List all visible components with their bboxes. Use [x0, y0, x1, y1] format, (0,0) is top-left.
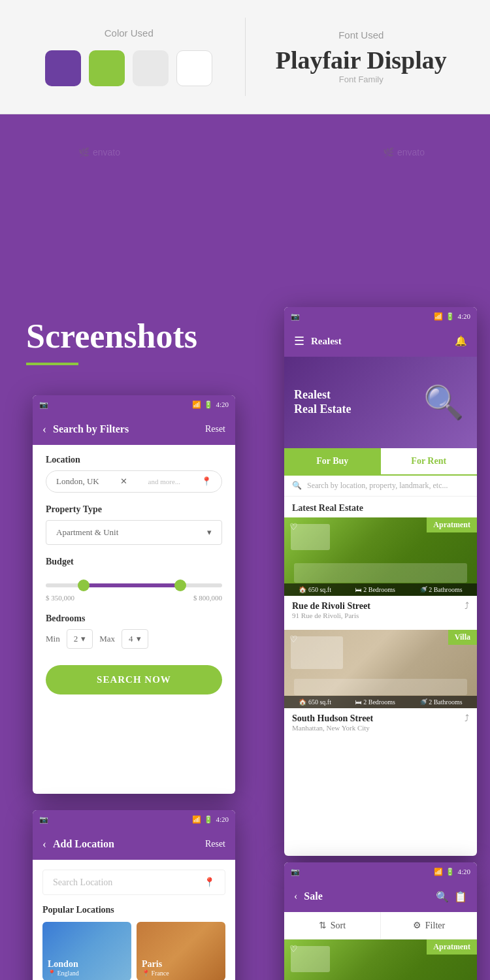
- property-details-bar-2: 🏠 650 sq.ft 🛏 2 Bedrooms 🚿 2 Bathrooms: [284, 696, 477, 708]
- property-details-bar-1: 🏠 650 sq.ft 🛏 2 Bedrooms 🚿 2 Bathrooms: [284, 583, 477, 596]
- location-input[interactable]: London, UK ✕ and more... 📍: [46, 470, 222, 493]
- tab-for-rent[interactable]: For Rent: [381, 448, 478, 476]
- battery-icon: 🔋: [204, 815, 213, 824]
- sale-nav-title: Sale: [304, 890, 436, 902]
- envato-watermark-1: envato: [78, 147, 120, 157]
- loc-text-london: London 📍 England: [48, 959, 79, 977]
- time-display: 4:20: [216, 400, 229, 408]
- phone-sale: 📷 📶 🔋 4:20 ‹ Sale 🔍 📋 ⇅ Sort ⚙ Filter: [284, 862, 477, 980]
- tab-for-buy[interactable]: For Buy: [284, 448, 381, 476]
- property-name-2: South Hudson Street: [292, 713, 373, 724]
- country-paris: 📍 France: [142, 970, 169, 977]
- sale-nav-bar: ‹ Sale 🔍 📋: [284, 881, 477, 912]
- budget-labels: $ 350,000 $ 800,000: [46, 594, 222, 602]
- reset-button[interactable]: Reset: [205, 424, 225, 434]
- reset-button-loc[interactable]: Reset: [205, 839, 225, 849]
- min-bedrooms-select[interactable]: 2 ▾: [67, 629, 93, 649]
- wifi-icon: 📶: [192, 400, 201, 409]
- budget-range-slider[interactable]: $ 350,000 $ 800,000: [46, 583, 222, 602]
- battery-icon: 🔋: [446, 868, 455, 876]
- sort-label: Sort: [331, 921, 346, 931]
- city-london: London: [48, 959, 79, 970]
- purple-background: envato envato Screenshots 📷 📶 🔋 4:20 ‹ S…: [0, 114, 490, 980]
- city-paris: Paris: [142, 959, 169, 970]
- sort-button[interactable]: ⇅ Sort: [284, 912, 381, 939]
- search-placeholder: Search by location, property, landmark, …: [307, 481, 448, 491]
- status-bar-location: 📷 📶 🔋 4:20: [33, 810, 235, 828]
- property-info-1: Rue de Rivoli Street 91 Rue de Rivoli, P…: [284, 596, 477, 625]
- location-card-london[interactable]: London 📍 England: [42, 922, 131, 980]
- sale-property-type-badge: Apratment: [427, 939, 477, 955]
- filter-label: Filter: [425, 921, 445, 931]
- gps-icon: 📍: [204, 877, 215, 888]
- swatch-purple: [45, 50, 81, 86]
- property-type-value: Apartment & Unit: [56, 527, 118, 538]
- max-value: 4: [129, 634, 133, 644]
- search-icon-sale[interactable]: 🔍: [436, 890, 449, 903]
- search-now-button[interactable]: SEARCH NOW: [46, 665, 222, 694]
- bath-icon-2: 🚿 2 Bathrooms: [419, 698, 463, 706]
- budget-thumb-left[interactable]: [78, 580, 90, 591]
- location-value: London, UK: [56, 476, 99, 487]
- status-camera: 📷: [39, 815, 48, 824]
- close-icon[interactable]: ✕: [120, 476, 127, 487]
- phone-filters: 📷 📶 🔋 4:20 ‹ Search by Filters Reset Loc…: [33, 395, 235, 794]
- sort-filter-bar: ⇅ Sort ⚙ Filter: [284, 912, 477, 939]
- tabs-row: For Buy For Rent: [284, 448, 477, 476]
- sort-icon: ⇅: [319, 920, 327, 931]
- bookmark-icon[interactable]: 📋: [454, 890, 467, 903]
- re-brand-name: RealestReal Estate: [294, 388, 351, 416]
- search-icon: 🔍: [292, 481, 302, 491]
- screenshots-title: Screenshots: [26, 317, 197, 355]
- location-card-paris[interactable]: Paris 📍 France: [137, 922, 225, 980]
- bath-icon: 🚿 2 Bathrooms: [419, 586, 463, 593]
- notification-bell-icon[interactable]: 🔔: [455, 335, 467, 347]
- share-icon-1[interactable]: ⤴: [465, 601, 469, 612]
- search-bar-re[interactable]: 🔍 Search by location, property, landmark…: [284, 476, 477, 497]
- color-swatches: [26, 50, 232, 86]
- chevron-down-icon: ▾: [81, 634, 86, 644]
- favorite-icon-sale[interactable]: ♡: [289, 943, 298, 955]
- bedrooms-label: Bedrooms: [46, 613, 222, 624]
- bed-icon: 🛏 2 Bedrooms: [355, 586, 395, 593]
- favorite-icon-1[interactable]: ♡: [289, 521, 298, 532]
- nav-title: Search by Filters: [53, 423, 205, 435]
- max-bedrooms-select[interactable]: 4 ▾: [122, 629, 148, 649]
- filter-button[interactable]: ⚙ Filter: [381, 912, 477, 939]
- property-address-1: 91 Rue de Rivoli, Paris: [292, 612, 370, 619]
- swatch-light: [133, 50, 169, 86]
- filter-icon: ⚙: [413, 920, 421, 931]
- back-button-loc[interactable]: ‹: [42, 838, 46, 851]
- re-nav-title: Realest: [311, 336, 455, 347]
- phone-realestate: 📷 📶 🔋 4:20 ☰ Realest 🔔 RealestReal Estat…: [284, 307, 477, 856]
- property-address-2: Manhattan, New York City: [292, 724, 373, 732]
- phone-location: 📷 📶 🔋 4:20 ‹ Add Location Reset Search L…: [33, 810, 235, 980]
- swatch-green: [89, 50, 125, 86]
- home-search-icon: 🔍: [423, 384, 464, 421]
- status-bar-filters: 📷 📶 🔋 4:20: [33, 395, 235, 414]
- status-icons: 📶 🔋 4:20: [192, 400, 229, 409]
- back-button-sale[interactable]: ‹: [294, 890, 297, 902]
- hamburger-menu-icon[interactable]: ☰: [294, 334, 304, 348]
- font-name-display: Playfair Display: [259, 46, 465, 74]
- bedrooms-row: Min 2 ▾ Max 4 ▾: [46, 629, 222, 649]
- bed-icon-2: 🛏 2 Bedrooms: [355, 698, 395, 706]
- swatch-white: [176, 50, 212, 86]
- favorite-icon-2[interactable]: ♡: [289, 634, 298, 645]
- property-img-2: Villa ♡ 🏠 650 sq.ft 🛏 2 Bedrooms 🚿 2 Bat…: [284, 630, 477, 708]
- max-label: Max: [99, 634, 115, 644]
- time-loc: 4:20: [216, 815, 229, 823]
- property-name-1: Rue de Rivoli Street: [292, 601, 370, 612]
- status-icons-re: 📶 🔋 4:20: [434, 312, 470, 321]
- filters-body: Location London, UK ✕ and more... 📍 Prop…: [33, 445, 235, 704]
- budget-thumb-right[interactable]: [174, 580, 186, 591]
- property-type-dropdown[interactable]: Apartment & Unit ▾: [46, 520, 222, 545]
- status-camera: 📷: [291, 868, 300, 876]
- wifi-icon: 📶: [434, 868, 443, 876]
- status-camera: 📷: [39, 400, 48, 409]
- share-icon-2[interactable]: ⤴: [465, 713, 469, 724]
- location-search-input[interactable]: Search Location 📍: [42, 870, 225, 895]
- back-button[interactable]: ‹: [42, 423, 46, 436]
- time-re: 4:20: [457, 312, 470, 320]
- envato-watermark-2: envato: [383, 147, 425, 157]
